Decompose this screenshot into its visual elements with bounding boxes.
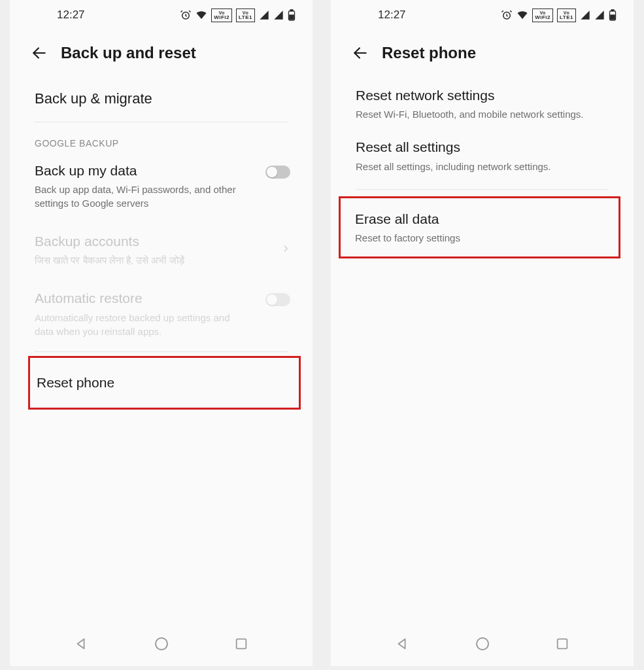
square-recents-icon: [234, 637, 248, 651]
circle-home-icon: [154, 636, 169, 652]
item-title: Back up & migrate: [35, 89, 288, 109]
item-backup-my-data[interactable]: Back up my data Back up app data, Wi-Fi …: [10, 152, 313, 219]
wifi-icon: [195, 9, 207, 21]
item-subtitle: Reset to factory settings: [355, 231, 609, 245]
nav-recents-button[interactable]: [553, 635, 571, 653]
vowifi-badge-icon: VoWiFi2: [532, 9, 553, 22]
item-reset-all[interactable]: Reset all settings Reset all settings, i…: [331, 132, 634, 179]
section-google-backup: GOOGLE BACKUP: [10, 126, 313, 152]
arrow-left-icon: [352, 44, 369, 62]
svg-point-5: [156, 638, 167, 650]
status-icons: VoWiFi2 VoLTE1: [180, 9, 296, 22]
arrow-left-icon: [31, 44, 48, 62]
item-automatic-restore: Automatic restore Automatically restore …: [10, 280, 313, 347]
divider: [356, 189, 609, 190]
alarm-icon: [180, 9, 192, 21]
svg-rect-13: [558, 639, 568, 649]
item-title: Reset phone: [37, 374, 291, 392]
svg-point-12: [477, 638, 488, 650]
status-icons: VoWiFi2 VoLTE1: [501, 9, 617, 22]
item-subtitle: Reset all settings, including network se…: [356, 160, 609, 173]
page-header: Reset phone: [331, 30, 634, 80]
statusbar: 12:27 VoWiFi2 VoLTE1: [331, 0, 634, 30]
volte-badge-icon: VoLTE1: [236, 9, 255, 22]
vowifi-badge-icon: VoWiFi2: [211, 9, 232, 22]
page-header: Back up and reset: [10, 30, 313, 80]
item-subtitle: Back up app data, Wi-Fi passwords, and o…: [35, 183, 288, 210]
navigation-bar: [10, 624, 313, 666]
item-title: Automatic restore: [35, 289, 288, 308]
item-title: Back up my data: [35, 162, 288, 180]
back-button[interactable]: [350, 43, 370, 63]
status-time: 12:27: [57, 9, 85, 22]
wifi-icon: [517, 9, 528, 21]
triangle-back-icon: [395, 637, 409, 651]
settings-list: Back up & migrate GOOGLE BACKUP Back up …: [10, 80, 313, 624]
item-title: Backup accounts: [35, 232, 288, 251]
phone-left: 12:27 VoWiFi2 VoLTE1 Back up and reset B…: [10, 0, 313, 666]
item-subtitle: जिस खाते पर बैकअप लेना है, उसे अभी जोड़े…: [35, 253, 288, 267]
nav-back-button[interactable]: [393, 635, 411, 653]
triangle-back-icon: [74, 637, 88, 651]
svg-rect-6: [237, 639, 246, 649]
nav-recents-button[interactable]: [232, 635, 250, 653]
auto-restore-toggle: [265, 293, 290, 306]
signal-1-icon: [259, 10, 269, 20]
square-recents-icon: [555, 637, 569, 651]
chevron-right-icon: [281, 241, 290, 258]
item-title: Erase all data: [355, 210, 609, 228]
svg-rect-10: [611, 15, 615, 20]
divider: [35, 122, 288, 122]
nav-back-button[interactable]: [72, 635, 90, 653]
item-reset-network[interactable]: Reset network settings Reset Wi-Fi, Blue…: [331, 80, 634, 128]
nav-home-button[interactable]: [473, 635, 492, 653]
svg-rect-2: [290, 10, 293, 11]
page-title: Reset phone: [382, 44, 476, 62]
svg-rect-9: [611, 10, 614, 11]
navigation-bar: [331, 624, 634, 666]
item-subtitle: Reset Wi-Fi, Bluetooth, and mobile netwo…: [356, 107, 609, 121]
statusbar: 12:27 VoWiFi2 VoLTE1: [10, 0, 313, 30]
alarm-icon: [501, 9, 513, 21]
back-button[interactable]: [29, 43, 49, 63]
battery-icon: [609, 9, 617, 21]
battery-icon: [288, 9, 296, 21]
item-reset-phone[interactable]: Reset phone: [28, 356, 301, 410]
circle-home-icon: [475, 636, 490, 652]
settings-list: Reset network settings Reset Wi-Fi, Blue…: [331, 80, 634, 624]
item-title: Reset all settings: [356, 138, 609, 156]
item-backup-migrate[interactable]: Back up & migrate: [10, 80, 313, 118]
item-title: Reset network settings: [356, 86, 609, 105]
signal-1-icon: [580, 10, 590, 20]
volte-badge-icon: VoLTE1: [557, 9, 576, 22]
signal-2-icon: [273, 10, 284, 20]
status-time: 12:27: [378, 9, 406, 22]
nav-home-button[interactable]: [152, 635, 171, 653]
page-title: Back up and reset: [61, 44, 196, 62]
divider: [35, 351, 288, 352]
signal-2-icon: [594, 10, 605, 20]
backup-toggle[interactable]: [265, 166, 290, 179]
item-erase-all-data[interactable]: Erase all data Reset to factory settings: [339, 196, 620, 258]
svg-rect-3: [290, 15, 294, 20]
item-backup-accounts: Backup accounts जिस खाते पर बैकअप लेना ह…: [10, 223, 313, 276]
item-subtitle: Automatically restore backed up settings…: [35, 311, 288, 338]
phone-right: 12:27 VoWiFi2 VoLTE1 Reset phone Reset n…: [331, 0, 634, 666]
